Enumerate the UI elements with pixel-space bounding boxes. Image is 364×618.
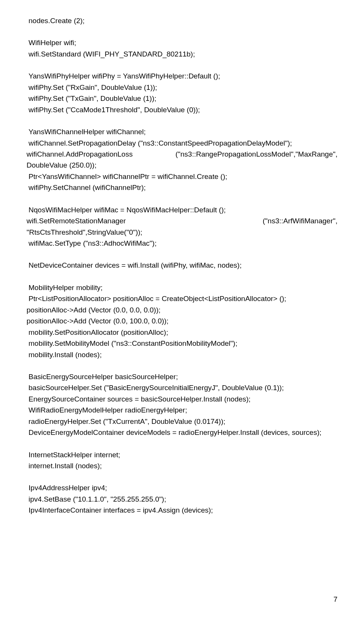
code-line-right: ("ns3::RangePropagationLossModel","MaxRa… xyxy=(176,149,337,160)
code-line: BasicEnergySourceHelper basicSourceHelpe… xyxy=(27,371,337,382)
code-line: DeviceEnergyModelContainer deviceModels … xyxy=(27,427,337,438)
code-line: Ptr<ListPositionAllocator> positionAlloc… xyxy=(27,293,337,304)
code-line-left: wifiChannel.AddPropagationLoss xyxy=(27,149,133,160)
code-line: YansWifiPhyHelper wifiPhy = YansWifiPhyH… xyxy=(27,71,337,82)
code-line: mobility.SetPositionAllocator (positionA… xyxy=(27,327,337,338)
code-line: mobility.SetMobilityModel ("ns3::Constan… xyxy=(27,338,337,349)
code-line: wifiPhy.Set ("CcaMode1Threshold", Double… xyxy=(27,104,337,115)
code-line: wifiPhy.SetChannel (wifiChannelPtr); xyxy=(27,182,337,193)
code-line: Ipv4AddressHelper ipv4; xyxy=(27,482,337,493)
code-line: positionAlloc->Add (Vector (0.0, 100.0, … xyxy=(27,315,337,326)
code-line-right: ("ns3::ArfWifiManager", xyxy=(263,215,337,226)
code-line: radioEnergyHelper.Set ("TxCurrentA", Dou… xyxy=(27,416,337,427)
code-line-justified: wifiChannel.AddPropagationLoss ("ns3::Ra… xyxy=(27,149,337,160)
code-line: wifi.SetStandard (WIFI_PHY_STANDARD_8021… xyxy=(27,49,337,60)
code-line: InternetStackHelper internet; xyxy=(27,449,337,460)
code-line: YansWifiChannelHelper wifiChannel; xyxy=(27,126,337,137)
code-line: EnergySourceContainer sources = basicSou… xyxy=(27,394,337,405)
code-line: Ipv4InterfaceContainer interfaces = ipv4… xyxy=(27,505,337,516)
code-line: basicSourceHelper.Set ("BasicEnergySourc… xyxy=(27,382,337,393)
code-line-justified: wifi.SetRemoteStationManager ("ns3::ArfW… xyxy=(27,215,337,226)
code-line: WifiHelper wifi; xyxy=(27,37,337,48)
page-number: 7 xyxy=(333,595,337,604)
code-line: "RtsCtsThreshold",StringValue("0")); xyxy=(27,227,337,238)
code-line: wifiMac.SetType ("ns3::AdhocWifiMac"); xyxy=(27,238,337,249)
code-line: internet.Install (nodes); xyxy=(27,460,337,471)
code-line-left: wifi.SetRemoteStationManager xyxy=(27,215,126,226)
code-line: Ptr<YansWifiChannel> wifiChannelPtr = wi… xyxy=(27,171,337,182)
code-line: MobilityHelper mobility; xyxy=(27,282,337,293)
code-line: WifiRadioEnergyModelHelper radioEnergyHe… xyxy=(27,405,337,416)
code-line: wifiChannel.SetPropagationDelay ("ns3::C… xyxy=(27,138,337,149)
page: nodes.Create (2); WifiHelper wifi; wifi.… xyxy=(0,0,364,618)
code-line: nodes.Create (2); xyxy=(27,15,337,26)
code-line: NqosWifiMacHelper wifiMac = NqosWifiMacH… xyxy=(27,204,337,215)
code-line: mobility.Install (nodes); xyxy=(27,349,337,360)
code-line: wifiPhy.Set ("TxGain", DoubleValue (1)); xyxy=(27,93,337,104)
code-line: positionAlloc->Add (Vector (0.0, 0.0, 0.… xyxy=(27,304,337,315)
code-line: wifiPhy.Set ("RxGain", DoubleValue (1)); xyxy=(27,82,337,93)
code-line: ipv4.SetBase ("10.1.1.0", "255.255.255.0… xyxy=(27,494,337,505)
code-line: DoubleValue (250.0)); xyxy=(27,160,337,171)
code-line: NetDeviceContainer devices = wifi.Instal… xyxy=(27,260,337,271)
